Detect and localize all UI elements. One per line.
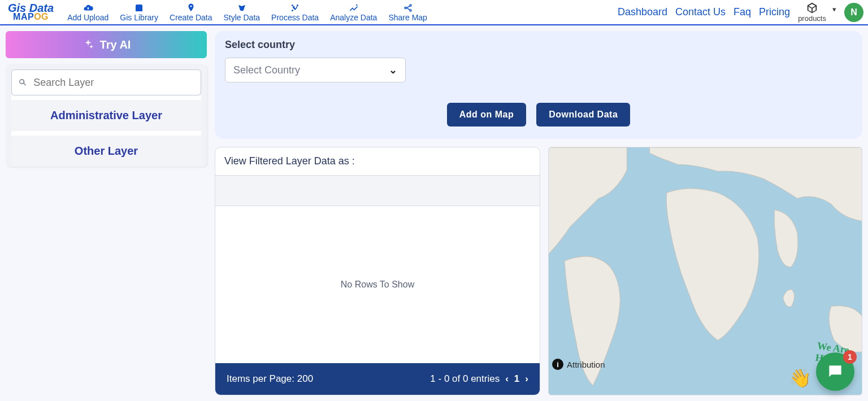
share-icon	[403, 3, 413, 13]
chat-widget: We Are Here! 1 👋	[816, 352, 854, 391]
data-card-body: No Rows To Show	[215, 206, 540, 363]
link-dashboard[interactable]: Dashboard	[618, 6, 667, 18]
sidebar: Try AI Administrative Layer Other Layer	[6, 31, 207, 395]
search-layer[interactable]	[11, 69, 201, 95]
cloud-upload-icon	[83, 3, 93, 13]
content: Select country Select Country ⌄ Add on M…	[215, 31, 862, 395]
data-card-footer: Items per Page: 200 1 - 0 of 0 entries ‹…	[215, 363, 540, 395]
wave-icon: 👋	[789, 367, 811, 389]
nav-share-map[interactable]: Share Map	[388, 3, 427, 22]
empty-state: No Rows To Show	[341, 280, 414, 290]
topbar: Gis Data MAPOG Add Upload Gis Library Cr…	[0, 0, 868, 25]
chat-icon	[826, 363, 844, 381]
control-card: Select country Select Country ⌄ Add on M…	[215, 31, 862, 139]
nav-gis-library[interactable]: Gis Library	[120, 3, 158, 22]
map-attribution[interactable]: i Attribution	[552, 359, 605, 370]
branch-icon	[290, 3, 300, 13]
try-ai-button[interactable]: Try AI	[6, 31, 207, 58]
nav-style-data[interactable]: Style Data	[224, 3, 261, 22]
link-pricing[interactable]: Pricing	[759, 6, 790, 18]
logo-line2: MAPOG	[13, 13, 49, 21]
sidebar-item-other-layer[interactable]: Other Layer	[11, 131, 201, 167]
library-add-icon	[134, 3, 144, 13]
chevron-down-icon: ⌄	[389, 64, 397, 76]
avatar[interactable]: N	[844, 3, 863, 22]
link-contact-us[interactable]: Contact Us	[675, 6, 726, 18]
sidebar-item-admin-layer[interactable]: Administrative Layer	[11, 95, 201, 131]
country-select[interactable]: Select Country ⌄	[225, 58, 406, 82]
info-icon: i	[552, 359, 563, 370]
pager: 1 - 0 of 0 entries ‹ 1 ›	[430, 373, 528, 385]
right-nav: Dashboard Contact Us Faq Pricing product…	[618, 2, 863, 23]
pager-current: 1	[514, 373, 519, 385]
download-data-button[interactable]: Download Data	[536, 103, 630, 127]
tool-nav: Add Upload Gis Library Create Data Style…	[67, 3, 427, 22]
chat-badge: 1	[843, 350, 857, 364]
add-on-map-button[interactable]: Add on Map	[447, 103, 527, 127]
products-menu[interactable]: products ▾	[798, 2, 826, 23]
logo[interactable]: Gis Data MAPOG	[8, 3, 54, 21]
pager-prev[interactable]: ‹	[505, 373, 509, 385]
sparkle-icon	[82, 38, 94, 51]
nav-analyze-data[interactable]: Analyze Data	[330, 3, 377, 22]
search-icon	[18, 77, 28, 88]
nav-add-upload[interactable]: Add Upload	[67, 3, 108, 22]
main: Try AI Administrative Layer Other Layer …	[0, 25, 868, 401]
lower-row: View Filtered Layer Data as : No Rows To…	[215, 147, 862, 395]
chat-bubble[interactable]: 1	[816, 352, 854, 391]
select-placeholder: Select Country	[233, 64, 300, 76]
side-panel: Administrative Layer Other Layer	[6, 64, 207, 167]
caret-down-icon: ▾	[832, 5, 836, 14]
nav-create-data[interactable]: Create Data	[170, 3, 212, 22]
pin-icon	[186, 3, 196, 13]
link-faq[interactable]: Faq	[734, 6, 751, 18]
paint-icon	[237, 3, 247, 13]
analytics-icon	[349, 3, 359, 13]
pager-next[interactable]: ›	[525, 373, 528, 385]
cube-icon	[806, 2, 818, 14]
search-input[interactable]	[33, 77, 195, 89]
items-per-page[interactable]: Items per Page: 200	[227, 373, 313, 385]
entries-text: 1 - 0 of 0 entries	[430, 373, 500, 385]
data-card-title: View Filtered Layer Data as :	[215, 147, 540, 176]
data-card: View Filtered Layer Data as : No Rows To…	[215, 147, 540, 395]
data-card-toolbar	[215, 176, 540, 206]
select-country-label: Select country	[225, 39, 852, 51]
nav-process-data[interactable]: Process Data	[271, 3, 319, 22]
